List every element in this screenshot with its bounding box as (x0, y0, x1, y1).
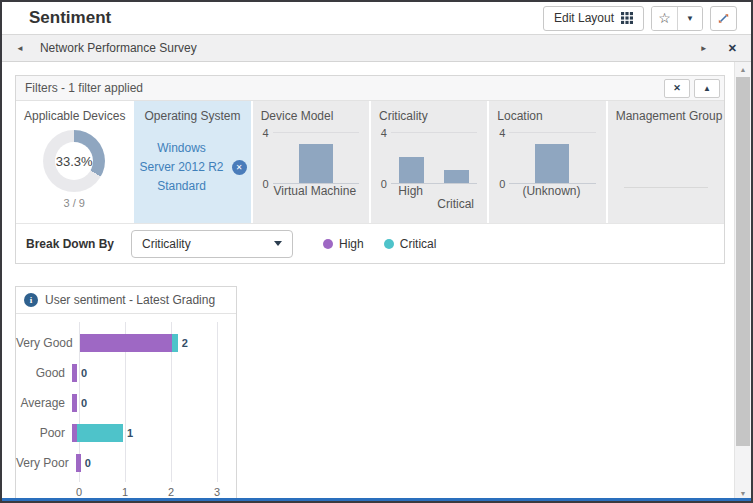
y-max-label: 4 (381, 127, 387, 139)
filter-card-title: Operating System (134, 101, 250, 123)
chart-row-poor: Poor1 (16, 418, 234, 448)
value-label: 1 (127, 427, 133, 439)
breakdown-legend: HighCritical (323, 237, 436, 251)
y-min-label: 0 (381, 178, 387, 190)
favorite-dropdown-button[interactable]: ▼ (677, 7, 702, 30)
navbar-right-actions: ► ✕ (696, 40, 741, 57)
legend-item-critical: Critical (384, 237, 437, 251)
mini-bar-critical[interactable] (444, 170, 469, 183)
legend-label: Critical (400, 237, 437, 251)
caret-left-icon: ◄ (16, 44, 24, 53)
y-max-label: 4 (499, 127, 505, 139)
chart-row-average: Average0 (16, 388, 234, 418)
bar-track: 1 (72, 424, 133, 442)
filter-card-management-group[interactable]: Management Group (608, 101, 724, 223)
edit-layout-button[interactable]: Edit Layout (543, 6, 644, 31)
sentiment-bar-chart: Very Good2Good0Average0Poor1Very Poor001… (16, 314, 236, 501)
bar-segment-high[interactable] (72, 394, 77, 412)
chart-row-very-poor: Very Poor0 (16, 448, 234, 478)
bar-segment-critical[interactable] (172, 334, 178, 352)
mini-bar-label: (Unknown) (522, 184, 580, 198)
mini-chart-labels: HighCritical (379, 184, 487, 212)
chart-row-very-good: Very Good2 (16, 328, 234, 358)
scrollbar-thumb[interactable] (736, 77, 750, 446)
filter-card-title: Device Model (253, 101, 369, 123)
bar-segment-high[interactable] (80, 334, 172, 352)
y-min-label: 0 (263, 178, 269, 190)
filters-panel-header: Filters - 1 filter applied ✕ ▲ (16, 76, 724, 101)
breakdown-label: Break Down By (26, 237, 114, 251)
nav-back-button[interactable]: ◄ (12, 42, 28, 55)
category-label: Good (16, 366, 72, 380)
mini-bar-high[interactable] (399, 157, 424, 183)
nav-forward-button[interactable]: ► (696, 42, 712, 55)
nav-close-button[interactable]: ✕ (724, 40, 741, 57)
breakdown-selected-value: Criticality (142, 237, 191, 251)
mini-chart: 40 (495, 132, 595, 184)
mini-chart-labels: (Unknown) (497, 184, 605, 212)
chevron-down-icon: ▼ (686, 14, 694, 23)
mini-chart: 40 (377, 132, 477, 184)
bar-track: 0 (72, 394, 87, 412)
chevron-up-icon: ▲ (703, 84, 711, 93)
sentiment-card-header: i User sentiment - Latest Grading (16, 287, 236, 314)
filter-card-criticality[interactable]: Criticality40HighCritical (371, 101, 487, 223)
filter-card-title: Criticality (371, 101, 487, 123)
survey-navbar: ◄ Network Performance Survey ► ✕ (2, 35, 751, 62)
expand-button[interactable] (710, 6, 737, 31)
bar-track: 0 (76, 454, 91, 472)
mini-chart-labels: Virtual Machine (261, 184, 369, 212)
favorite-button[interactable]: ☆ (652, 7, 677, 30)
value-label: 2 (182, 337, 188, 349)
arrow-down-icon: ▼ (740, 490, 747, 497)
chart-row-good: Good0 (16, 358, 234, 388)
mini-chart-y-axis: 40 (259, 132, 273, 184)
app-window: Sentiment Edit Layout ☆ ▼ (0, 0, 753, 503)
mini-chart-plot (391, 132, 477, 184)
filter-card-title: Applicable Devices (16, 101, 132, 123)
scroll-up-button[interactable]: ▲ (735, 62, 751, 77)
bar-track: 2 (80, 334, 188, 352)
sentiment-card-title: User sentiment - Latest Grading (45, 293, 215, 307)
mini-bar-virtual-machine[interactable] (299, 144, 333, 183)
breakdown-select[interactable]: Criticality (131, 230, 293, 258)
chevron-down-icon (274, 241, 282, 246)
close-icon: ✕ (673, 83, 681, 93)
filter-card-applicable-devices[interactable]: Applicable Devices33.3%3 / 9 (16, 101, 132, 223)
filters-panel: Filters - 1 filter applied ✕ ▲ Applicabl… (15, 75, 725, 264)
selected-filter-value: Windows Server 2012 R2 Standard (138, 139, 224, 197)
legend-dot (384, 239, 394, 249)
filter-card-location[interactable]: Location40(Unknown) (489, 101, 605, 223)
grid-icon (621, 12, 633, 24)
applicable-devices-donut-chart[interactable]: 33.3% (43, 130, 105, 192)
value-label: 0 (81, 397, 87, 409)
category-label: Very Poor (16, 456, 76, 470)
favorite-split-button: ☆ ▼ (651, 6, 703, 31)
filter-card-title: Location (489, 101, 605, 123)
filter-card-device-model[interactable]: Device Model40Virtual Machine (253, 101, 369, 223)
vertical-scrollbar[interactable]: ▲ ▼ (734, 62, 751, 501)
clear-filters-button[interactable]: ✕ (664, 79, 690, 98)
header-actions: Edit Layout ☆ ▼ (543, 6, 737, 31)
bar-segment-critical[interactable] (77, 424, 123, 442)
x-tick-label: 1 (122, 486, 128, 498)
edit-layout-label: Edit Layout (554, 11, 614, 25)
filter-cards-row: Applicable Devices33.3%3 / 9Operating Sy… (16, 101, 724, 223)
mini-bar-label: Virtual Machine (274, 184, 357, 198)
remove-filter-button[interactable]: ✕ (232, 160, 247, 175)
mini-bar-unknown[interactable] (535, 144, 569, 183)
category-label: Very Good (16, 336, 80, 350)
mini-chart-y-axis: 40 (495, 132, 509, 184)
bar-segment-high[interactable] (76, 454, 81, 472)
mini-chart-y-axis: 40 (377, 132, 391, 184)
y-min-label: 0 (499, 178, 505, 190)
bar-track: 0 (72, 364, 87, 382)
info-icon: i (24, 293, 38, 307)
collapse-panel-button[interactable]: ▲ (694, 79, 720, 98)
devices-ratio-label: 3 / 9 (16, 197, 132, 209)
mini-chart-plot (273, 132, 359, 184)
bar-segment-high[interactable] (72, 364, 77, 382)
mini-bar-label: High (398, 184, 423, 198)
breakdown-row: Break Down By Criticality HighCritical (16, 223, 724, 263)
filter-card-operating-system[interactable]: Operating SystemWindows Server 2012 R2 S… (134, 101, 250, 223)
